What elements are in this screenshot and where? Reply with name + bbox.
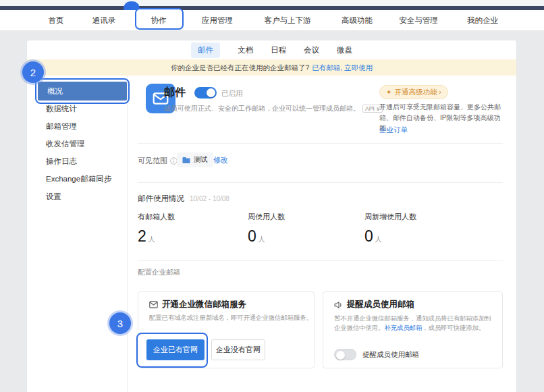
no-website-button[interactable]: 企业没有官网 bbox=[211, 339, 265, 360]
metric-mailbox-users: 有邮箱人数 2人 bbox=[138, 212, 175, 246]
sidebar-item-mailbox-management[interactable]: 邮箱管理 bbox=[46, 121, 77, 132]
mailbox-card-title: 开通企业微信邮箱服务 bbox=[149, 299, 246, 310]
top-navigation: 首页 通讯录 协作 应用管理 客户与上下游 高级功能 安全与管理 我的企业 bbox=[0, 10, 544, 31]
browser-chrome-strip bbox=[0, 0, 544, 6]
metric-unit: 人 bbox=[148, 235, 155, 244]
nav-item-customers[interactable]: 客户与上下游 bbox=[265, 10, 311, 31]
page-title-mail: 邮件 bbox=[164, 86, 186, 100]
toggle-knob bbox=[207, 88, 215, 97]
remind-toggle-row: 提醒成员使用邮箱 bbox=[334, 349, 419, 360]
tab-calendar[interactable]: 日程 bbox=[271, 45, 286, 55]
toggle-knob bbox=[336, 351, 345, 360]
metric-unit: 人 bbox=[259, 235, 265, 244]
banner-question: 你的企业是否已经有正在使用的企业邮箱了? bbox=[171, 63, 309, 72]
mailbox-card-title-text: 开通企业微信邮箱服务 bbox=[162, 299, 246, 310]
announcement-icon bbox=[334, 301, 343, 309]
setup-section-title: 配置企业邮箱 bbox=[138, 268, 180, 277]
sidebar-item-statistics[interactable]: 数据统计 bbox=[46, 104, 77, 114]
metric-weekly-new-users: 周新增使用人数 0人 bbox=[364, 212, 416, 246]
step-badge-2: 2 bbox=[22, 61, 44, 83]
add-member-email-link[interactable]: 补充成员邮箱 bbox=[384, 324, 422, 331]
metric-weekly-users: 周使用人数 0人 bbox=[248, 212, 285, 246]
enterprise-order-link[interactable]: 企业订单 bbox=[379, 125, 408, 135]
sidebar-item-send-receive[interactable]: 收发信管理 bbox=[46, 139, 85, 149]
sidebar-item-exchange-sync[interactable]: Exchange邮箱同步 bbox=[46, 174, 111, 184]
mailbox-card-description: 配置已有域名或注册新域名，即可开通企业微信邮箱服务。 bbox=[149, 314, 312, 323]
nav-item-security[interactable]: 安全与管理 bbox=[399, 10, 438, 31]
nav-item-collaboration[interactable]: 协作 bbox=[151, 10, 167, 31]
metric-label: 有邮箱人数 bbox=[138, 212, 175, 222]
divider bbox=[138, 182, 503, 183]
divider bbox=[138, 260, 503, 261]
usage-period: 10/02 - 10/08 bbox=[190, 195, 229, 202]
metric-value: 2 bbox=[138, 227, 146, 246]
metric-unit: 人 bbox=[375, 235, 382, 244]
remind-members-toggle[interactable] bbox=[334, 349, 356, 360]
remind-desc-after: ，成员即可快捷添加。 bbox=[422, 324, 485, 331]
nav-item-my-company[interactable]: 我的企业 bbox=[467, 10, 498, 31]
sidebar-item-operation-log[interactable]: 操作日志 bbox=[46, 157, 77, 167]
upgrade-premium-label: 开通高级功能 › bbox=[394, 88, 441, 97]
nav-item-contacts[interactable]: 通讯录 bbox=[92, 10, 116, 31]
remind-card-title-text: 提醒成员使用邮箱 bbox=[347, 299, 414, 310]
annotation-box-has-website-button bbox=[136, 333, 208, 368]
spark-icon: ✦ bbox=[386, 88, 391, 96]
mail-enabled-status: 已启用 bbox=[221, 89, 243, 99]
mail-sub-navigation: 邮件 文档 日程 会议 微盘 bbox=[27, 40, 516, 59]
sidebar-divider bbox=[127, 76, 128, 392]
divider bbox=[138, 143, 503, 144]
usage-section-title: 邮件使用情况10/02 - 10/08 bbox=[138, 194, 229, 204]
visible-scope-label-text: 可见范围 bbox=[138, 156, 167, 166]
scope-edit-link[interactable]: 修改 bbox=[213, 155, 228, 165]
metric-label: 周新增使用人数 bbox=[364, 212, 416, 222]
scope-department-tag: 测试 bbox=[177, 152, 213, 167]
banner-use-now-link[interactable]: 已有邮箱, 立即使用 bbox=[312, 63, 373, 72]
tab-meeting[interactable]: 会议 bbox=[304, 45, 319, 55]
upgrade-premium-button[interactable]: ✦ 开通高级功能 › bbox=[379, 85, 448, 99]
tab-mail[interactable]: 邮件 bbox=[191, 43, 220, 58]
sidebar-item-settings[interactable]: 设置 bbox=[46, 192, 61, 202]
nav-item-home[interactable]: 首页 bbox=[49, 10, 64, 31]
visible-scope-label: 可见范围 bbox=[138, 156, 178, 166]
metric-value: 0 bbox=[364, 227, 373, 246]
nav-item-advanced[interactable]: 高级功能 bbox=[342, 10, 373, 31]
admin-console-screen: 首页 通讯录 协作 应用管理 客户与上下游 高级功能 安全与管理 我的企业 邮件… bbox=[0, 0, 544, 392]
tab-docs[interactable]: 文档 bbox=[238, 45, 253, 55]
mail-description: 成员可使用正式、安全的工作邮箱，企业可以统一管理成员邮箱。API ∨ bbox=[164, 104, 383, 113]
tab-drive[interactable]: 微盘 bbox=[337, 45, 352, 55]
remind-toggle-label: 提醒成员使用邮箱 bbox=[362, 350, 419, 360]
remind-card-description: 暂不开通企业微信邮箱服务，通知成员将已有邮箱添加到企业微信中使用。补充成员邮箱，… bbox=[334, 314, 495, 333]
metric-value: 0 bbox=[248, 227, 256, 246]
nav-item-apps[interactable]: 应用管理 bbox=[202, 10, 233, 31]
remind-members-card: 提醒成员使用邮箱 暂不开通企业微信邮箱服务，通知成员将已有邮箱添加到企业微信中使… bbox=[323, 291, 503, 368]
step-badge-3: 3 bbox=[109, 312, 131, 334]
remind-card-title: 提醒成员使用邮箱 bbox=[334, 299, 414, 310]
metric-label: 周使用人数 bbox=[248, 212, 285, 222]
usage-title-text: 邮件使用情况 bbox=[138, 194, 184, 202]
mail-enabled-toggle[interactable] bbox=[194, 87, 217, 99]
envelope-outline-icon bbox=[149, 301, 158, 308]
existing-mailbox-banner: 你的企业是否已经有正在使用的企业邮箱了?已有邮箱, 立即使用 bbox=[27, 59, 516, 76]
annotation-box-overview bbox=[35, 78, 130, 104]
folder-icon bbox=[182, 157, 190, 164]
mail-description-text: 成员可使用正式、安全的工作邮箱，企业可以统一管理成员邮箱。 bbox=[164, 105, 360, 112]
scope-department-name: 测试 bbox=[194, 155, 208, 165]
